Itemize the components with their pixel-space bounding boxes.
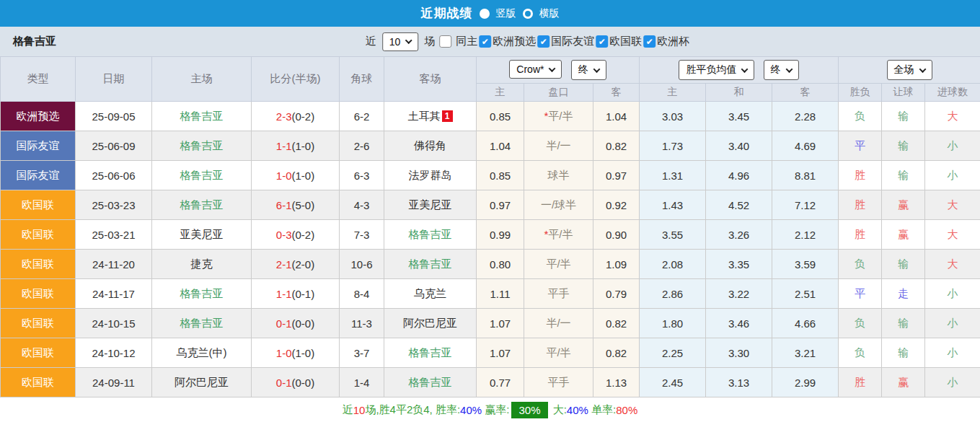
avg-away-odds-cell: 4.69	[772, 131, 839, 161]
halftime-score: (0-2)	[292, 110, 315, 123]
away-team-cell: 佛得角	[384, 131, 477, 161]
col-header-score: 比分(半场)	[252, 57, 340, 102]
goals-result-cell: 小	[925, 338, 980, 368]
col-header-away: 客场	[384, 57, 477, 102]
halftime-score: (1-0)	[292, 170, 315, 182]
date-cell: 25-09-05	[76, 102, 152, 131]
away-team-name: 格鲁吉亚	[409, 228, 452, 240]
same-home-checkbox[interactable]	[439, 35, 451, 48]
league-checkbox-euro-qual[interactable]: ✔	[479, 35, 491, 48]
goals-result-cell: 小	[925, 309, 980, 338]
fulltime-score: 0-3	[276, 229, 292, 241]
horizontal-layout-radio[interactable]	[523, 9, 533, 19]
avg-period-select[interactable]: 终	[764, 60, 799, 80]
home-team-cell: 格鲁吉亚	[152, 279, 252, 309]
avg-away-odds-cell: 4.66	[772, 309, 839, 338]
avg-draw-odds-cell: 3.22	[706, 279, 772, 309]
fulltime-score: 1-0	[276, 347, 292, 359]
date-cell: 24-11-20	[76, 250, 152, 279]
handicap-away-odds-cell: 0.90	[593, 220, 640, 250]
score-cell: 1-1(0-1)	[252, 279, 340, 309]
handicap-result-cell: 赢	[882, 190, 925, 220]
fulltime-score: 2-3	[276, 110, 292, 123]
avg-draw-odds-cell: 3.45	[706, 102, 772, 131]
vertical-layout-label[interactable]: 竖版	[496, 7, 516, 20]
result-cell: 负	[839, 250, 882, 279]
away-team-name: 格鲁吉亚	[409, 346, 452, 359]
league-checkbox-friendly[interactable]: ✔	[537, 35, 549, 48]
score-cell: 0-1(0-0)	[252, 309, 340, 338]
recent-count-value: 10	[389, 36, 401, 48]
horizontal-layout-label[interactable]: 横版	[539, 7, 560, 20]
league-type-cell: 欧国联	[1, 279, 76, 309]
away-team-name: 法罗群岛	[409, 169, 452, 181]
handicap-away-odds-cell: 0.82	[593, 309, 640, 338]
result-cell: 胜	[839, 368, 882, 397]
handicap-cell: 平/半	[524, 338, 593, 368]
handicap-line: 平/半	[548, 228, 573, 240]
recent-count-select[interactable]: 10	[382, 32, 419, 51]
filter-bar: 格鲁吉亚 近 10 场 同主 ✔ 欧洲预选 ✔ 国际友谊 ✔ 欧国联 ✔ 欧洲杯	[0, 27, 980, 56]
avg-type-select[interactable]: 胜平负均值	[679, 60, 754, 80]
avg-away-odds-cell: 2.12	[772, 220, 839, 250]
home-team-cell: 格鲁吉亚	[152, 309, 252, 338]
handicap-result-cell: 输	[882, 102, 925, 131]
handicap-home-odds-cell: 0.77	[477, 368, 524, 397]
sub-header-result: 胜负	[839, 84, 882, 102]
handicap-cell: 半/一	[524, 309, 593, 338]
corners-cell: 7-3	[340, 220, 384, 250]
chevron-down-icon	[549, 65, 556, 72]
summary-segment: 场,胜4平2负4,	[365, 403, 436, 417]
goals-result-cell: 小	[925, 279, 980, 309]
avg-draw-odds-cell: 3.30	[706, 338, 772, 368]
sub-header-avg-away: 客	[772, 84, 839, 102]
col-header-date: 日期	[76, 57, 152, 102]
halftime-score: (0-0)	[292, 377, 315, 389]
title-bar: 近期战绩 竖版 横版	[0, 0, 980, 27]
summary-segment: 40%	[460, 404, 482, 416]
avg-home-odds-cell: 1.43	[640, 190, 706, 220]
score-cell: 2-3(0-2)	[252, 102, 340, 131]
summary-segment: 10	[353, 404, 366, 416]
halftime-score: (5-0)	[292, 199, 315, 211]
handicap-line: 平/半	[546, 346, 570, 359]
corners-cell: 3-7	[340, 338, 384, 368]
match-row: 欧洲预选 25-09-05 格鲁吉亚 2-3(0-2) 6-2 土耳其1 0.8…	[1, 102, 980, 131]
halftime-score: (1-0)	[292, 347, 315, 359]
col-header-type: 类型	[1, 57, 76, 102]
recent-suffix-label: 场	[424, 35, 435, 48]
vertical-layout-radio[interactable]	[480, 9, 490, 19]
league-checkbox-nations[interactable]: ✔	[596, 35, 608, 48]
handicap-home-odds-cell: 1.11	[477, 279, 524, 309]
halftime-score: (0-1)	[292, 288, 315, 300]
bookmaker-select[interactable]: Crow*	[509, 60, 562, 79]
corners-cell: 6-3	[340, 161, 384, 190]
summary-segment: 大:	[550, 403, 567, 417]
match-row: 国际友谊 25-06-09 格鲁吉亚 1-1(1-0) 2-6 佛得角 1.04…	[1, 131, 980, 161]
halftime-score: (0-0)	[292, 317, 315, 330]
away-team-name: 格鲁吉亚	[409, 258, 452, 270]
handicap-line: 平/半	[548, 110, 573, 122]
handicap-result-cell: 赢	[882, 220, 925, 250]
away-team-name: 格鲁吉亚	[409, 376, 452, 388]
scope-select[interactable]: 全场	[887, 60, 932, 80]
handicap-result-cell: 输	[882, 250, 925, 279]
handicap-home-odds-cell: 1.07	[477, 338, 524, 368]
away-team-cell: 土耳其1	[384, 102, 477, 131]
handicap-line: 半/一	[546, 139, 570, 151]
odds-period-select[interactable]: 终	[571, 60, 606, 80]
chevron-down-icon	[785, 66, 793, 73]
avg-header-group: 胜平负均值 终	[640, 57, 839, 84]
handicap-cell: 平/半	[524, 250, 593, 279]
handicap-home-odds-cell: 0.85	[477, 102, 524, 131]
fulltime-score: 1-1	[276, 140, 292, 152]
date-cell: 24-09-11	[76, 368, 152, 397]
home-team-cell: 格鲁吉亚	[152, 102, 252, 131]
league-checkbox-eurocup[interactable]: ✔	[643, 35, 655, 48]
avg-draw-odds-cell: 3.35	[706, 250, 772, 279]
league-type-cell: 欧国联	[1, 190, 76, 220]
sub-header-avg-home: 主	[640, 84, 706, 102]
handicap-home-odds-cell: 1.04	[477, 131, 524, 161]
score-cell: 6-1(5-0)	[252, 190, 340, 220]
result-cell: 胜	[839, 161, 882, 190]
